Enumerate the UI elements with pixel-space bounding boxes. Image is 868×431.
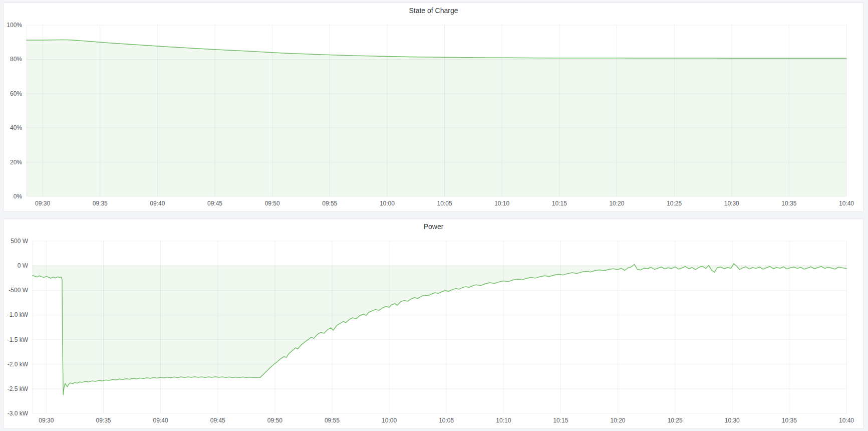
y-tick-label: 80%: [10, 56, 22, 63]
state-of-charge-chart-canvas[interactable]: 0%20%40%60%80%100%09:3009:3509:4009:4509…: [4, 18, 863, 211]
x-tick-label: 09:35: [93, 200, 108, 207]
power-chart-canvas[interactable]: 500 W0 W-500 W-1.0 kW-1.5 kW-2.0 kW-2.5 …: [4, 234, 863, 428]
y-tick-label: -2.5 kW: [8, 385, 29, 392]
x-tick-label: 09:30: [35, 200, 50, 207]
series-area: [27, 40, 846, 196]
x-tick-label: 09:45: [207, 200, 222, 207]
y-tick-label: 60%: [10, 90, 22, 97]
x-tick-label: 10:15: [552, 200, 567, 207]
series-area: [33, 264, 846, 395]
y-tick-label: 500 W: [11, 238, 28, 245]
x-tick-label: 10:25: [667, 200, 682, 207]
panel-state-of-charge: State of Charge 0%20%40%60%80%100%09:300…: [3, 3, 864, 212]
panel-title-power[interactable]: Power: [4, 219, 863, 234]
y-tick-label: 40%: [10, 124, 22, 131]
y-tick-label: -1.0 kW: [8, 311, 29, 318]
x-tick-label: 09:50: [267, 417, 282, 424]
x-tick-label: 10:05: [439, 417, 454, 424]
x-tick-label: 09:30: [39, 417, 54, 424]
x-tick-label: 10:00: [380, 200, 395, 207]
x-tick-label: 09:55: [325, 417, 340, 424]
x-tick-label: 09:40: [150, 200, 165, 207]
x-tick-label: 10:35: [782, 417, 797, 424]
x-tick-label: 09:50: [265, 200, 280, 207]
x-tick-label: 10:40: [839, 417, 854, 424]
y-tick-label: 0 W: [18, 262, 29, 269]
x-tick-label: 10:30: [724, 200, 739, 207]
x-tick-label: 09:55: [322, 200, 337, 207]
y-tick-label: 20%: [10, 159, 22, 166]
y-tick-label: 0%: [14, 193, 23, 200]
x-tick-label: 10:40: [839, 200, 854, 207]
x-tick-label: 09:45: [210, 417, 225, 424]
x-tick-label: 10:20: [609, 200, 624, 207]
y-tick-label: -3.0 kW: [8, 410, 29, 417]
x-tick-label: 09:40: [153, 417, 168, 424]
x-tick-label: 10:25: [668, 417, 683, 424]
y-tick-label: 100%: [7, 22, 22, 29]
x-tick-label: 10:30: [725, 417, 740, 424]
x-tick-label: 10:10: [496, 417, 511, 424]
x-tick-label: 10:05: [437, 200, 452, 207]
x-tick-label: 10:10: [494, 200, 509, 207]
x-tick-label: 10:35: [781, 200, 796, 207]
y-tick-label: -500 W: [9, 287, 28, 294]
y-tick-label: -1.5 kW: [8, 336, 29, 343]
x-tick-label: 10:00: [382, 417, 397, 424]
dashboard: { "page": { "background_color": "#f4f5f9…: [0, 0, 868, 431]
panel-power: Power 500 W0 W-500 W-1.0 kW-1.5 kW-2.0 k…: [3, 219, 864, 429]
x-tick-label: 09:35: [96, 417, 111, 424]
x-tick-label: 10:20: [611, 417, 626, 424]
panel-title-state-of-charge[interactable]: State of Charge: [4, 3, 863, 18]
y-tick-label: -2.0 kW: [8, 361, 29, 368]
x-tick-label: 10:15: [553, 417, 568, 424]
